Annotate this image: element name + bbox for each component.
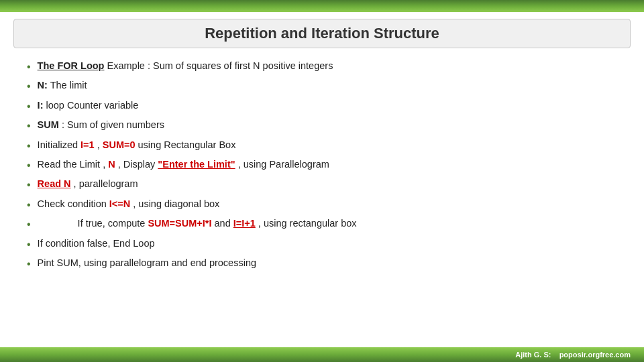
- line-text: Read the Limit , N , Display "Enter the …: [38, 158, 617, 171]
- read-limit-comma: , Display: [118, 159, 158, 170]
- read-limit-n: N: [108, 159, 115, 170]
- iftrue-text1: If true, compute: [78, 218, 148, 229]
- title-section: Repetition and Iteration Structure: [13, 19, 631, 48]
- bullet-dot: •: [27, 198, 31, 213]
- pint-text: Pint SUM, using parallelogram and end pr…: [38, 257, 256, 268]
- bullet-dot: •: [27, 257, 31, 272]
- i-label: I:: [38, 100, 44, 111]
- n-label: N:: [38, 80, 48, 90]
- bullet-dot: •: [27, 158, 31, 173]
- list-item: • Read the Limit , N , Display "Enter th…: [27, 158, 617, 173]
- bullet-dot: •: [27, 237, 31, 252]
- line-text: Read N , parallelogram: [38, 177, 617, 190]
- bullet-dot: •: [27, 79, 31, 94]
- sum-text: : Sum of given numbers: [62, 119, 164, 130]
- line-text: SUM : Sum of given numbers: [38, 118, 617, 131]
- line-text: N: The limit: [38, 78, 617, 92]
- read-limit-text2: , using Parallelogram: [238, 159, 329, 170]
- bottom-decorative-bar: Ajith G. S: poposir.orgfree.com: [0, 347, 644, 362]
- check-text1: Check condition: [38, 198, 109, 209]
- bullet-dot: •: [27, 99, 31, 114]
- iftrue-text2: , using rectangular box: [258, 218, 357, 229]
- init-comma: ,: [97, 139, 103, 150]
- list-item: • Check condition I<=N , using diagonal …: [27, 197, 617, 213]
- init-i1: I=1: [80, 139, 95, 150]
- list-item: • SUM : Sum of given numbers: [27, 118, 617, 133]
- list-item: • If condition false, End Loop: [27, 237, 617, 252]
- line-text: If condition false, End Loop: [38, 237, 617, 250]
- iftrue-i1: I=I+1: [233, 218, 256, 229]
- slide-title: Repetition and Iteration Structure: [205, 25, 439, 42]
- list-item: • Initialized I=1 , SUM=0 using Rectangu…: [27, 138, 617, 154]
- line-text: Pint SUM, using parallelogram and end pr…: [38, 256, 617, 269]
- list-item: • Pint SUM, using parallelogram and end …: [27, 256, 617, 272]
- line-text: If true, compute SUM=SUM+I*I and I=I+1 ,…: [38, 217, 617, 230]
- read-limit-text1: Read the Limit ,: [38, 159, 109, 170]
- i-text: loop Counter variable: [46, 100, 139, 111]
- list-item: • N: The limit: [27, 78, 617, 94]
- check-condition: I<=N: [109, 198, 130, 209]
- init-sum0: SUM=0: [103, 139, 136, 150]
- list-item: • Read N , parallelogram: [27, 177, 617, 192]
- iffalse-text: If condition false, End Loop: [38, 238, 155, 249]
- bullet-dot: •: [27, 60, 31, 74]
- bullet-list: • The FOR Loop Example : Sum of squares …: [27, 59, 617, 276]
- check-text2: , using diagonal box: [133, 198, 219, 209]
- read-n-text: , parallelogram: [74, 178, 138, 189]
- list-item: • I: loop Counter variable: [27, 99, 617, 114]
- line-text: I: loop Counter variable: [38, 99, 617, 112]
- iftrue-sum: SUM=SUM+I*I: [148, 218, 211, 229]
- read-n-label: Read N: [38, 178, 71, 189]
- init-text2: using Rectangular Box: [138, 139, 236, 150]
- line-text: Check condition I<=N , using diagonal bo…: [38, 197, 617, 210]
- footer-author: Ajith G. S: poposir.orgfree.com: [515, 351, 631, 359]
- bullet-dot: •: [27, 119, 31, 133]
- for-loop-label: The FOR Loop: [38, 60, 105, 71]
- for-loop-text: Example : Sum of squares of first N posi…: [107, 60, 333, 71]
- bullet-dot: •: [27, 139, 31, 154]
- content-area: • The FOR Loop Example : Sum of squares …: [0, 54, 644, 347]
- list-item: • If true, compute SUM=SUM+I*I and I=I+1…: [27, 217, 617, 232]
- top-decorative-bar: [0, 0, 644, 12]
- slide: Repetition and Iteration Structure • The…: [0, 0, 644, 362]
- bullet-dot: •: [27, 178, 31, 192]
- sum-label: SUM: [38, 119, 59, 130]
- iftrue-and: and: [215, 218, 233, 229]
- init-text1: Initialized: [38, 139, 80, 150]
- bullet-dot: •: [27, 217, 31, 232]
- line-text: Initialized I=1 , SUM=0 using Rectangula…: [38, 138, 617, 152]
- list-item: • The FOR Loop Example : Sum of squares …: [27, 59, 617, 74]
- n-text: The limit: [50, 80, 87, 90]
- read-limit-display: "Enter the Limit": [158, 159, 235, 170]
- line-text: The FOR Loop Example : Sum of squares of…: [38, 59, 617, 72]
